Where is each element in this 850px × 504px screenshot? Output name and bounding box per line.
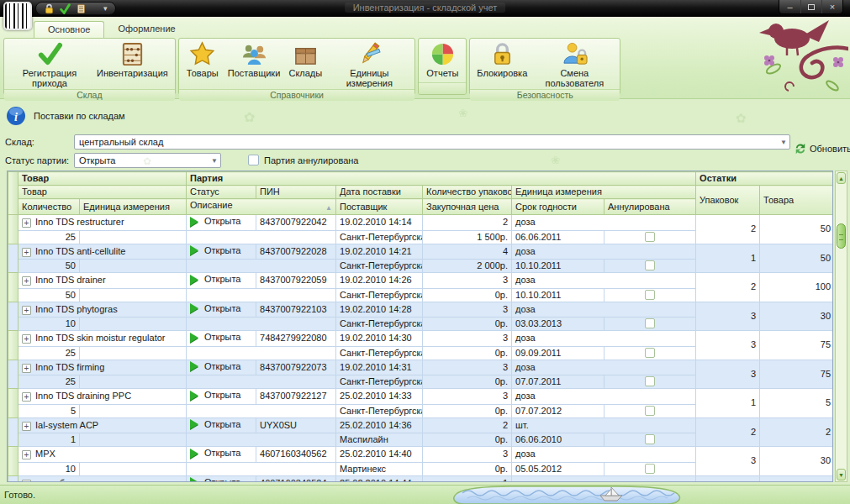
annulled-cell[interactable] — [605, 230, 696, 244]
column-header-quantity[interactable]: Количество — [18, 199, 80, 215]
rest-goods-cell[interactable]: 75 — [760, 360, 833, 389]
rest-packs-cell[interactable]: 1 — [696, 389, 760, 418]
annulled-cell[interactable] — [605, 462, 696, 475]
unit-cell[interactable]: доза — [512, 389, 696, 405]
supplier-cell[interactable]: Санкт-Петербургска... — [336, 260, 423, 273]
column-header-purchase-price[interactable]: Закупочная цена — [423, 199, 512, 215]
annulled-cell[interactable] — [605, 375, 696, 389]
purchase-price-cell[interactable]: 0р. — [423, 318, 512, 331]
unit-cell[interactable]: доза — [512, 302, 696, 318]
row-indicator-cell[interactable] — [8, 389, 18, 418]
product-name-cell[interactable]: +Inno TDS phytogras — [18, 302, 187, 318]
app-icon-barcode[interactable] — [3, 2, 32, 30]
pin-cell[interactable]: 8437007922028 — [256, 244, 336, 260]
grid-row[interactable]: +слим бодиОткрыта460716034052425.02.2010… — [8, 475, 834, 482]
status-cell[interactable]: Открыта — [187, 302, 256, 318]
supplier-cell[interactable]: Санкт-Петербургска... — [336, 375, 423, 389]
batch-status-combobox[interactable]: Открыта ▼ — [74, 153, 221, 168]
expand-icon[interactable]: + — [22, 422, 31, 431]
purchase-price-cell[interactable]: 2 000р. — [423, 260, 512, 273]
rest-goods-cell[interactable]: 50 — [760, 244, 833, 273]
expand-icon[interactable]: + — [22, 334, 31, 344]
annulled-cell[interactable] — [605, 318, 696, 331]
supplier-cell[interactable]: Санкт-Петербургска... — [336, 318, 423, 331]
rest-packs-cell[interactable]: 2 — [696, 273, 760, 302]
rest-packs-cell[interactable]: 2 — [696, 215, 760, 244]
pin-cell[interactable]: 8437007922042 — [256, 215, 336, 231]
column-header-unit[interactable]: Единица измерения — [512, 186, 696, 199]
supplier-cell[interactable]: Мартинекс — [336, 462, 423, 475]
rest-packs-cell[interactable]: 3 — [696, 302, 760, 331]
ribbon-button-box[interactable]: Склады — [284, 40, 326, 79]
vertical-scrollbar[interactable]: ▲ ▼ — [835, 171, 847, 482]
qat-lock-icon[interactable] — [44, 3, 55, 14]
unit-cell[interactable]: доза — [512, 331, 696, 347]
product-name-cell[interactable]: +Inno TDS restructurer — [18, 215, 187, 231]
quantity-cell[interactable]: 10 — [18, 318, 80, 331]
scroll-down-icon[interactable]: ▼ — [837, 469, 846, 480]
unit-cell[interactable]: шт. — [512, 417, 696, 433]
unit2-cell[interactable] — [80, 260, 187, 273]
expand-icon[interactable]: + — [22, 392, 31, 402]
delivery-date-cell[interactable]: 25.02.2010 14:44 — [336, 475, 423, 482]
purchase-price-cell[interactable]: 0р. — [423, 462, 512, 475]
annulled-cell[interactable] — [605, 260, 696, 273]
row-indicator-cell[interactable] — [8, 273, 18, 302]
ribbon-button-pie[interactable]: Отчеты — [421, 40, 463, 79]
description-cell[interactable] — [187, 346, 336, 360]
annulled-filter-checkbox[interactable] — [248, 155, 259, 165]
delivery-date-cell[interactable]: 25.02.2010 14:36 — [336, 417, 423, 433]
delivery-date-cell[interactable]: 25.02.2010 14:33 — [336, 389, 423, 405]
grid-row[interactable]: +Inno TDS drainerОткрыта843700792205919.… — [8, 273, 834, 289]
description-cell[interactable] — [187, 462, 336, 475]
column-header-expiry[interactable]: Срок годности — [512, 199, 605, 215]
annulled-checkbox[interactable] — [645, 376, 655, 386]
row-indicator-cell[interactable] — [8, 215, 18, 244]
unit2-cell[interactable] — [80, 433, 187, 447]
column-header-pack-count[interactable]: Количество упаковок — [423, 186, 512, 199]
annulled-checkbox[interactable] — [645, 260, 655, 270]
expiry-cell[interactable]: 06.06.2011 — [512, 230, 605, 244]
status-cell[interactable]: Открыта — [187, 389, 256, 405]
grid-row[interactable]: +Inno TDS draining PPCОткрыта84370079221… — [8, 389, 834, 405]
expiry-cell[interactable]: 07.07.2011 — [512, 375, 605, 389]
tab-main[interactable]: Основное — [34, 21, 104, 38]
quantity-cell[interactable]: 5 — [18, 404, 80, 417]
grid-row[interactable]: +Inno TDS restructurerОткрыта84370079220… — [8, 215, 834, 231]
expand-icon[interactable]: + — [22, 364, 31, 373]
pack-count-cell[interactable]: 4 — [423, 244, 512, 260]
annulled-checkbox[interactable] — [645, 232, 655, 242]
rest-goods-cell[interactable]: 75 — [760, 331, 833, 360]
pin-cell[interactable]: 8437007922073 — [256, 360, 336, 375]
restore-button[interactable] — [800, 0, 821, 13]
column-header-supplier[interactable]: Поставщик — [336, 199, 423, 215]
quantity-cell[interactable]: 25 — [18, 230, 80, 244]
qat-check-icon[interactable] — [60, 3, 71, 14]
chevron-down-icon[interactable]: ▼ — [209, 157, 220, 165]
expiry-cell[interactable]: 10.10.2011 — [512, 288, 605, 302]
qat-notes-icon[interactable] — [76, 3, 87, 14]
supplier-cell[interactable]: Санкт-Петербургска... — [336, 230, 423, 244]
pack-count-cell[interactable]: 3 — [423, 447, 512, 463]
grid-row[interactable]: +Inno TDS anti-celluliteОткрыта843700792… — [8, 244, 834, 260]
description-cell[interactable] — [187, 375, 336, 389]
annulled-checkbox[interactable] — [645, 348, 655, 358]
delivery-date-cell[interactable]: 19.02.2010 14:21 — [336, 244, 423, 260]
unit-cell[interactable]: доза — [512, 244, 696, 260]
grid-row[interactable]: +Inno TDS firmingОткрыта843700792207319.… — [8, 360, 834, 375]
status-cell[interactable]: Открыта — [187, 331, 256, 347]
row-indicator-cell[interactable] — [8, 302, 18, 331]
rest-packs-cell[interactable]: 1 — [696, 244, 760, 273]
row-indicator-cell[interactable] — [8, 360, 18, 389]
unit-cell[interactable]: доза — [512, 273, 696, 289]
refresh-button[interactable]: Обновить — [795, 143, 850, 155]
pack-count-cell[interactable]: 3 — [423, 389, 512, 405]
product-name-cell[interactable]: +Inno TDS draining PPC — [18, 389, 187, 405]
quantity-cell[interactable]: 10 — [18, 462, 80, 475]
expiry-cell[interactable]: 09.09.2011 — [512, 346, 605, 360]
status-cell[interactable]: Открыта — [187, 475, 256, 482]
status-cell[interactable]: Открыта — [187, 215, 256, 231]
close-button[interactable]: × — [821, 0, 842, 13]
rest-packs-cell[interactable]: 2 — [696, 417, 760, 447]
rest-goods-cell[interactable]: 5 — [760, 389, 833, 418]
